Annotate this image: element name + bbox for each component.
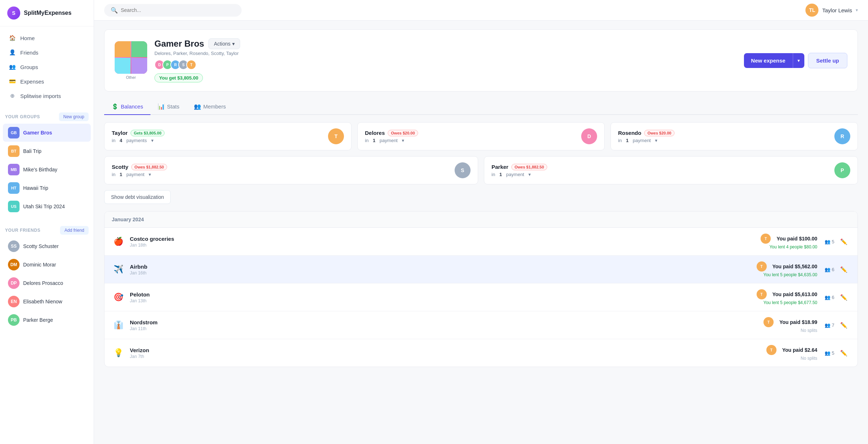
payments-suffix-taylor: payments bbox=[127, 138, 147, 143]
payments-count-taylor: 4 bbox=[120, 138, 122, 143]
peloton-emoji: 🎯 bbox=[112, 293, 125, 302]
search-input[interactable] bbox=[121, 7, 235, 13]
balance-payments-delores[interactable]: in 1 payment ▾ bbox=[365, 138, 418, 143]
tab-members-label: Members bbox=[203, 103, 226, 110]
gamer-bros-name: Gamer Bros bbox=[23, 130, 52, 136]
group-photo-wrap: Other bbox=[115, 41, 147, 80]
verizon-emoji: 💡 bbox=[112, 348, 125, 358]
topbar: 🔍 TL Taylor Lewis ▾ bbox=[94, 0, 868, 21]
content-area: Other Gamer Bros Actions ▾ Delores, Park… bbox=[94, 21, 868, 444]
your-groups-label: Your groups bbox=[5, 114, 40, 119]
verizon-name: Verizon bbox=[130, 347, 766, 353]
user-profile[interactable]: TL Taylor Lewis ▾ bbox=[805, 4, 858, 17]
peloton-info: Peloton Jan 13th bbox=[130, 291, 757, 303]
nav-item-expenses[interactable]: 💳 Expenses bbox=[4, 74, 89, 89]
nordstrom-name: Nordstrom bbox=[130, 319, 763, 325]
owes-badge-rosendo: Owes $20.00 bbox=[644, 130, 675, 136]
member-avatars: D P R S T bbox=[154, 60, 240, 70]
nordstrom-no-splits: No splits bbox=[763, 328, 817, 333]
new-expense-button[interactable]: New expense bbox=[744, 53, 793, 68]
balance-card-parker: Parker Owes $1,882.50 in 1 payment ▾ P bbox=[484, 156, 858, 184]
new-group-button[interactable]: New group bbox=[59, 112, 89, 121]
verizon-payer-avatar: T bbox=[766, 345, 776, 355]
tab-balances[interactable]: 💲 Balances bbox=[104, 99, 150, 115]
sidebar-item-hawaii-trip[interactable]: HT Hawaii Trip bbox=[3, 179, 91, 197]
add-friend-button[interactable]: Add friend bbox=[60, 226, 89, 235]
people-icon: 👥 bbox=[825, 239, 830, 244]
airbnb-emoji: ✈️ bbox=[112, 265, 125, 274]
friend-item-parker[interactable]: PB Parker Berge bbox=[3, 311, 91, 329]
actions-button[interactable]: Actions ▾ bbox=[208, 38, 240, 49]
avatar-delores: D bbox=[581, 128, 597, 144]
group-info: Other Gamer Bros Actions ▾ Delores, Park… bbox=[115, 38, 240, 82]
tab-stats-label: Stats bbox=[167, 103, 179, 110]
costco-you-lent: You lent 4 people $80.00 bbox=[761, 244, 817, 249]
dominic-name: Dominic Morar bbox=[23, 262, 56, 268]
balance-name-parker: Parker bbox=[492, 164, 509, 170]
verizon-edit-button[interactable]: ✏️ bbox=[837, 348, 850, 358]
nav-groups-label: Groups bbox=[20, 64, 38, 70]
parker-name: Parker Berge bbox=[23, 317, 53, 323]
search-box[interactable]: 🔍 bbox=[104, 4, 242, 17]
friend-item-dominic[interactable]: DM Dominic Morar bbox=[3, 256, 91, 274]
owes-badge-delores: Owes $20.00 bbox=[388, 130, 418, 136]
airbnb-amounts: T You paid $5,562.00 You lent 5 people $… bbox=[757, 261, 817, 277]
settle-up-button[interactable]: Settle up bbox=[808, 53, 847, 68]
new-expense-dropdown-button[interactable]: ▾ bbox=[793, 53, 804, 68]
airbnb-payer-avatar: T bbox=[757, 261, 767, 272]
sidebar-item-gamer-bros[interactable]: GB Gamer Bros bbox=[3, 124, 91, 142]
utah-ski-avatar: US bbox=[8, 201, 20, 212]
balance-payments-scotty[interactable]: in 1 payment ▾ bbox=[112, 172, 167, 177]
friend-item-delores[interactable]: DP Delores Prosacco bbox=[3, 274, 91, 292]
nav-item-splitwise[interactable]: ⊕ Splitwise imports bbox=[4, 89, 89, 103]
nav-item-home[interactable]: 🏠 Home bbox=[4, 31, 89, 45]
debt-visualization-button[interactable]: Show debt visualization bbox=[104, 190, 171, 204]
groups-list: GB Gamer Bros BT Bali Trip MB Mike's Bir… bbox=[0, 123, 94, 216]
balance-grid-row2: Scotty Owes $1,882.50 in 1 payment ▾ S P… bbox=[104, 156, 858, 184]
sidebar-item-mikes-birthday[interactable]: MB Mike's Birthday bbox=[3, 161, 91, 179]
balance-payments-taylor[interactable]: in 4 payments ▾ bbox=[112, 138, 165, 143]
verizon-date: Jan 7th bbox=[130, 354, 766, 359]
costco-edit-button[interactable]: ✏️ bbox=[837, 237, 850, 247]
people-icon-peloton: 👥 bbox=[825, 295, 830, 300]
delores-name: Delores Prosacco bbox=[23, 280, 63, 286]
photo-block-3 bbox=[115, 58, 131, 74]
balance-info-delores: Delores Owes $20.00 in 1 payment ▾ bbox=[365, 130, 418, 143]
nav-home-label: Home bbox=[20, 35, 35, 41]
balance-card-taylor: Taylor Gets $3,805.00 in 4 payments ▾ T bbox=[104, 122, 352, 150]
nordstrom-you-paid: You paid $18.99 bbox=[779, 319, 817, 325]
balance-payments-parker[interactable]: in 1 payment ▾ bbox=[492, 172, 547, 177]
friends-icon: 👤 bbox=[9, 49, 16, 56]
nordstrom-edit-button[interactable]: ✏️ bbox=[837, 320, 850, 330]
expense-row-airbnb: ✈️ Airbnb Jan 16th T You paid $5,562.00 … bbox=[105, 256, 858, 283]
home-icon: 🏠 bbox=[9, 34, 16, 42]
tab-members[interactable]: 👥 Members bbox=[187, 99, 233, 115]
balance-payments-rosendo[interactable]: in 1 payment ▾ bbox=[618, 138, 675, 143]
friend-item-elisabeth[interactable]: EN Elisabeth Nienow bbox=[3, 293, 91, 311]
parker-avatar: PB bbox=[8, 314, 20, 326]
friend-item-scotty[interactable]: SS Scotty Schuster bbox=[3, 237, 91, 255]
tab-stats[interactable]: 📊 Stats bbox=[150, 99, 187, 115]
costco-meta: 👥 5 ✏️ bbox=[825, 237, 850, 247]
balance-card-rosendo: Rosendo Owes $20.00 in 1 payment ▾ R bbox=[610, 122, 858, 150]
nav-section: 🏠 Home 👤 Friends 👥 Groups 💳 Expenses ⊕ S… bbox=[0, 26, 94, 107]
nav-item-friends[interactable]: 👤 Friends bbox=[4, 45, 89, 60]
balance-person-row-rosendo: Rosendo Owes $20.00 bbox=[618, 130, 675, 136]
nav-item-groups[interactable]: 👥 Groups bbox=[4, 60, 89, 74]
peloton-you-lent: You lent 5 people $4,677.50 bbox=[757, 300, 817, 305]
bali-trip-name: Bali Trip bbox=[23, 148, 42, 154]
peloton-edit-button[interactable]: ✏️ bbox=[837, 293, 850, 302]
scotty-avatar: SS bbox=[8, 240, 20, 252]
user-name: Taylor Lewis bbox=[822, 7, 852, 13]
group-members-text: Delores, Parker, Rosendo, Scotty, Taylor bbox=[154, 51, 240, 56]
verizon-no-splits: No splits bbox=[766, 356, 817, 361]
airbnb-edit-button[interactable]: ✏️ bbox=[837, 265, 850, 274]
peloton-payer-avatar: T bbox=[757, 289, 767, 299]
sidebar-item-utah-ski[interactable]: US Utah Ski Trip 2024 bbox=[3, 197, 91, 215]
nordstrom-split-count: 👥 7 bbox=[825, 323, 834, 328]
user-avatar: TL bbox=[805, 4, 818, 17]
nordstrom-info: Nordstrom Jan 11th bbox=[130, 319, 763, 331]
delores-avatar: DP bbox=[8, 277, 20, 289]
sidebar-item-bali-trip[interactable]: BT Bali Trip bbox=[3, 142, 91, 160]
expenses-section: January 2024 🍎 Costco groceries Jan 18th… bbox=[104, 211, 858, 367]
